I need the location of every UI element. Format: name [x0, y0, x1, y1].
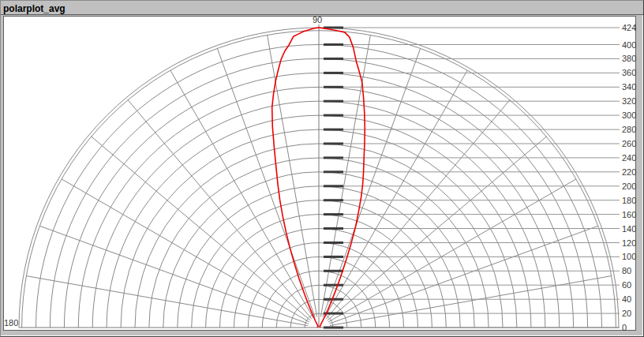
plot-window: polarplot_avg 02040608010012014016018020… [0, 0, 644, 337]
window-title: polarplot_avg [1, 2, 66, 14]
plot-canvas [3, 16, 636, 331]
title-bar[interactable]: polarplot_avg [1, 1, 643, 15]
